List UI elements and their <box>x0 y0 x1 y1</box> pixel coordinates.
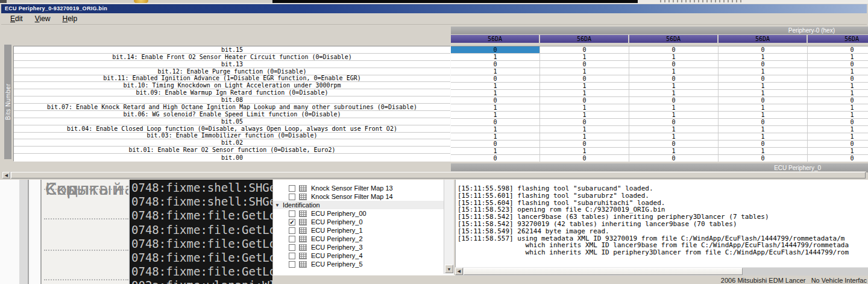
title-bar[interactable]: ECU Periphery_0-93270019_ORIG.bin <box>1 4 867 13</box>
grid-cell[interactable]: 0 <box>808 61 868 68</box>
tree-item-label[interactable]: Knock Sensor Filter Map 14 <box>311 193 393 200</box>
tree-item-label[interactable]: ECU Periphery_4 <box>311 252 363 259</box>
grid-cell[interactable]: 0 <box>808 155 868 162</box>
tree-item-label[interactable]: Knock Sensor Filter Map 13 <box>311 185 393 192</box>
checkbox[interactable] <box>289 244 295 251</box>
grid-cell[interactable]: 1 <box>808 112 868 118</box>
tree-item[interactable]: ✓ECU Periphery_0 <box>273 218 454 226</box>
bit-row-label[interactable]: bit.07: Enable Knock Retard and High Oct… <box>14 104 450 111</box>
grid-cell[interactable]: 0 <box>719 61 808 68</box>
grid-cell[interactable]: 1 <box>629 54 719 60</box>
grid-cell[interactable]: 1 <box>629 90 719 96</box>
checkbox[interactable] <box>289 194 295 200</box>
grid-cell[interactable]: 1 <box>451 83 540 89</box>
grid-cell[interactable]: 1 <box>451 90 540 96</box>
bit-row-label[interactable]: bit.04: Enable Closed Loop function (0=D… <box>14 125 450 133</box>
scroll-left-button[interactable]: ◀ <box>455 268 463 275</box>
tree-item[interactable]: ECU Periphery_4 <box>273 251 454 260</box>
grid-cell[interactable]: 0 <box>451 119 540 125</box>
grid-cell[interactable]: 1 <box>808 54 868 60</box>
grid-cell[interactable]: 1 <box>719 104 808 111</box>
grid-cell[interactable]: 1 <box>719 54 808 60</box>
grid-cell[interactable]: 0 <box>629 119 719 125</box>
checkbox[interactable]: ✓ <box>289 219 295 226</box>
grid-cell[interactable]: 0 <box>629 97 719 104</box>
grid-cell[interactable]: 1 <box>540 104 629 111</box>
bit-row-label[interactable]: bit.05 <box>14 118 450 125</box>
collapse-arrow-icon[interactable]: ▼ <box>275 203 280 208</box>
grid-cell[interactable]: 1 <box>719 112 808 118</box>
grid-cell[interactable]: 0 <box>808 119 868 125</box>
bit-row-label[interactable]: bit.11: Enabled Ignition Advance (1=Disa… <box>14 75 450 83</box>
grid-cell[interactable]: 0 <box>540 140 629 147</box>
grid-cell[interactable]: 1 <box>629 112 719 118</box>
tree-item[interactable]: Knock Sensor Filter Map 14 <box>273 192 454 201</box>
grid-cell[interactable]: 1 <box>540 90 629 96</box>
tree-group-identification[interactable]: ▼Identification <box>273 201 454 209</box>
tree-item[interactable]: Knock Sensor Filter Map 13 <box>273 184 454 192</box>
grid-cell[interactable]: 0 <box>540 155 629 162</box>
grid-cell[interactable]: 0 <box>540 119 629 125</box>
grid-cell[interactable]: 0 <box>540 46 629 53</box>
grid-cell[interactable]: 1 <box>629 83 719 89</box>
tree-item-label[interactable]: ECU Periphery_1 <box>311 227 363 234</box>
grid-cell[interactable]: 0 <box>719 97 808 104</box>
grid-cell[interactable]: 0 <box>808 140 868 147</box>
grid-cell[interactable]: 0 <box>540 97 629 104</box>
scrollbar-thumb[interactable] <box>464 268 743 275</box>
bit-row-label[interactable]: bit.15 <box>14 46 450 54</box>
grid-cell[interactable]: 1 <box>808 133 868 140</box>
grid-cell[interactable]: 0 <box>451 155 540 162</box>
tree-item[interactable]: ECU Periphery_00 <box>273 209 454 218</box>
scroll-left-button[interactable]: ◀ <box>2 172 10 178</box>
grid-cell[interactable]: 0 <box>719 46 808 53</box>
tree-item-label[interactable]: ECU Periphery_00 <box>311 210 366 217</box>
grid-cell[interactable]: 0 <box>808 97 868 104</box>
grid-cell[interactable]: 0 <box>540 61 629 68</box>
grid-cell[interactable]: 0 <box>719 75 808 82</box>
grid-cell[interactable]: 1 <box>451 54 540 60</box>
tree-item[interactable]: ECU Periphery_5 <box>273 260 454 268</box>
grid-cell[interactable]: 1 <box>451 104 540 111</box>
grid-cell[interactable]: 1 <box>719 148 808 154</box>
grid-cell[interactable]: 0 <box>451 140 540 147</box>
grid-cell[interactable]: 1 <box>629 104 719 111</box>
grid-cell[interactable]: 0 <box>451 61 540 68</box>
scrollbar-thumb[interactable] <box>11 172 866 178</box>
menu-view[interactable]: View <box>31 14 55 24</box>
bit-row-label[interactable]: bit.08 <box>14 96 450 104</box>
tree-item-label[interactable]: ECU Periphery_3 <box>311 244 363 251</box>
grid-cell[interactable]: 1 <box>451 68 540 75</box>
checkbox[interactable] <box>289 185 295 192</box>
grid-cell[interactable]: 1 <box>540 133 629 140</box>
tree-item-label[interactable]: ECU Periphery_5 <box>311 260 363 268</box>
grid-cell[interactable]: 0 <box>451 75 540 82</box>
tree-item[interactable]: ECU Periphery_1 <box>273 226 454 235</box>
bit-row-label[interactable]: bit.03: Enable Immobilizer function (0=D… <box>14 133 450 140</box>
grid-cell[interactable]: 1 <box>808 148 868 154</box>
bit-row-label[interactable]: bit.02 <box>14 139 450 147</box>
grid-cell[interactable]: 1 <box>719 83 808 89</box>
scroll-down-button[interactable]: ▼ <box>445 265 453 273</box>
grid-cell[interactable]: 1 <box>451 112 540 118</box>
grid-cell[interactable]: 0 <box>719 140 808 147</box>
grid-cell[interactable]: 1 <box>540 54 629 60</box>
grid-cell[interactable]: 0 <box>629 61 719 68</box>
checkbox[interactable] <box>289 236 295 242</box>
grid-cell[interactable]: 1 <box>540 148 629 154</box>
menu-help[interactable]: Help <box>58 14 82 24</box>
grid-cell[interactable]: 1 <box>629 133 719 140</box>
tree-scrollbar[interactable]: ▼ <box>444 180 454 274</box>
grid-cell[interactable]: 1 <box>540 112 629 118</box>
tree-item-label[interactable]: ECU Periphery_0 <box>311 218 363 226</box>
grid-cell[interactable]: 1 <box>808 83 868 89</box>
checkbox[interactable] <box>289 227 295 234</box>
bit-row-label[interactable]: bit.06: WG solenoid? Enable Speed Limit … <box>14 111 450 118</box>
table-horizontal-scrollbar[interactable]: ◀ <box>2 171 866 179</box>
tree-item-label[interactable]: ECU Periphery_2 <box>311 235 363 242</box>
bit-row-label[interactable]: bit.14: Enable Front O2 Sensor Heater Ci… <box>14 54 450 61</box>
grid-cell[interactable]: 1 <box>808 90 868 96</box>
grid-cell[interactable]: 0 <box>540 75 629 82</box>
log-horizontal-scrollbar[interactable]: ◀ <box>455 267 868 276</box>
background-menu-item[interactable]: Скрытый т <box>45 180 128 198</box>
